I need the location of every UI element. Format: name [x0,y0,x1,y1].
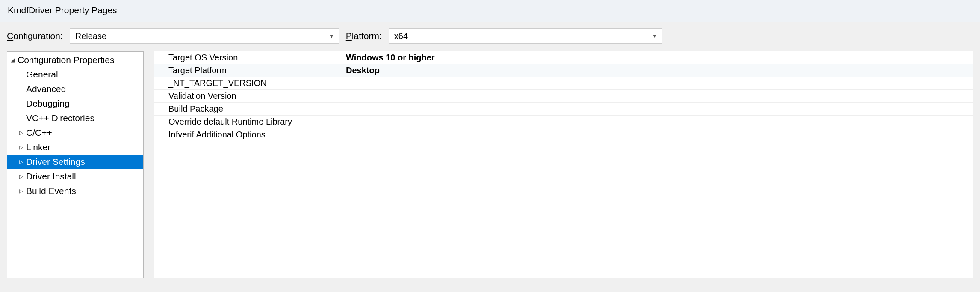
window-title: KmdfDriver Property Pages [0,0,980,22]
tree-item-driver-settings[interactable]: ▷ Driver Settings [7,155,143,169]
main-area: ◢ Configuration Properties General Advan… [0,51,980,278]
tree-item-label: Build Events [26,185,76,197]
tree-expand-icon[interactable]: ▷ [19,185,25,197]
grid-label: Validation Version [154,91,344,101]
grid-label: Infverif Additional Options [154,130,344,140]
grid-row-infverif-options[interactable]: Infverif Additional Options [154,128,973,141]
window-title-text: KmdfDriver Property Pages [8,5,117,15]
property-grid: Target OS Version Windows 10 or higher T… [154,51,973,278]
tree-item-advanced[interactable]: Advanced [7,82,143,96]
tree-item-label: VC++ Directories [26,112,94,125]
grid-label: Target OS Version [154,53,344,63]
tree-item-build-events[interactable]: ▷ Build Events [7,184,143,198]
tree-item-linker[interactable]: ▷ Linker [7,140,143,155]
grid-value[interactable]: Windows 10 or higher [344,53,973,63]
grid-row-nt-target-version[interactable]: _NT_TARGET_VERSION [154,77,973,90]
tree-item-label: C/C++ [26,126,52,139]
configuration-value: Release [75,31,106,41]
tree-root-label: Configuration Properties [18,54,114,66]
tree-collapse-icon[interactable]: ◢ [11,54,17,66]
tree-expand-icon[interactable]: ▷ [19,141,25,154]
tree-expand-icon[interactable]: ▷ [19,170,25,183]
platform-value: x64 [394,31,408,41]
grid-row-target-platform[interactable]: Target Platform Desktop [154,64,973,77]
tree-item-general[interactable]: General [7,67,143,82]
grid-label: _NT_TARGET_VERSION [154,78,344,88]
tree-item-label: Debugging [26,97,70,110]
grid-row-target-os-version[interactable]: Target OS Version Windows 10 or higher [154,51,973,64]
tree-item-vcpp-directories[interactable]: VC++ Directories [7,111,143,125]
grid-label: Target Platform [154,66,344,75]
tree-item-label: Driver Install [26,170,76,183]
grid-row-override-runtime-library[interactable]: Override default Runtime Library [154,116,973,128]
chevron-down-icon: ▼ [652,33,658,39]
configuration-label: Configuration: [7,31,63,41]
grid-value[interactable]: Desktop [344,66,973,75]
chevron-down-icon: ▼ [329,33,334,39]
tree-item-label: Driver Settings [26,155,85,168]
grid-row-validation-version[interactable]: Validation Version [154,90,973,103]
tree-root-configuration-properties[interactable]: ◢ Configuration Properties [7,53,143,67]
tree-item-ccpp[interactable]: ▷ C/C++ [7,125,143,140]
tree-item-driver-install[interactable]: ▷ Driver Install [7,169,143,184]
grid-label: Build Package [154,104,344,114]
tree-expand-icon[interactable]: ▷ [19,155,25,168]
platform-dropdown[interactable]: x64 ▼ [389,28,662,44]
configuration-dropdown[interactable]: Release ▼ [70,28,339,44]
grid-row-build-package[interactable]: Build Package [154,103,973,116]
config-bar: Configuration: Release ▼ Platform: x64 ▼ [0,22,980,51]
tree-item-label: Advanced [26,83,66,95]
tree-expand-icon[interactable]: ▷ [19,126,25,139]
grid-label: Override default Runtime Library [154,117,344,127]
tree-item-label: Linker [26,141,50,154]
tree-item-debugging[interactable]: Debugging [7,96,143,111]
tree-panel: ◢ Configuration Properties General Advan… [7,51,144,278]
platform-label: Platform: [346,31,382,41]
tree-item-label: General [26,68,58,81]
